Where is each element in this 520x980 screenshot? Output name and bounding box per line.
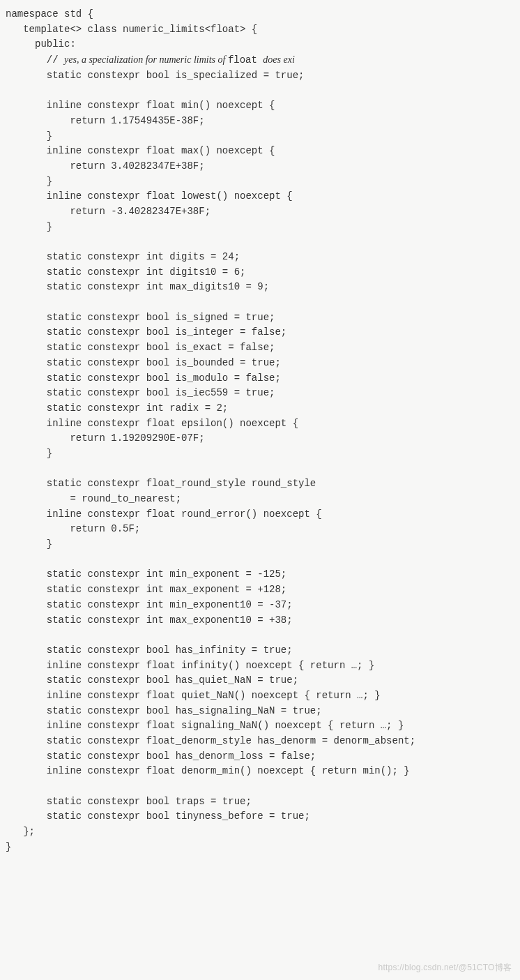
- code-line: return -3.40282347E+38F;: [6, 206, 211, 217]
- code-line: return 1.17549435E-38F;: [6, 115, 205, 126]
- code-line: static constexpr bool is_modulo = false;: [6, 372, 281, 384]
- code-line: inline constexpr float round_error() noe…: [6, 508, 322, 520]
- code-line: static constexpr bool tinyness_before = …: [6, 811, 310, 822]
- code-line: inline constexpr float lowest() noexcept…: [6, 190, 293, 202]
- code-line: static constexpr float_round_style round…: [6, 478, 316, 489]
- code-line: inline constexpr float quiet_NaN() noexc…: [6, 690, 381, 701]
- code-block: namespace std { template<> class numeric…: [6, 7, 514, 855]
- code-line: inline constexpr float denorm_min() noex…: [6, 765, 410, 776]
- code-line: }: [6, 538, 52, 550]
- code-line: template<> class numeric_limits<float> {: [6, 24, 257, 35]
- code-line: }: [6, 841, 11, 852]
- code-line: inline constexpr float signaling_NaN() n…: [6, 720, 404, 731]
- code-line: static constexpr int max_exponent = +128…: [6, 584, 286, 595]
- code-line: static constexpr bool has_infinity = tru…: [6, 644, 293, 656]
- code-line: static constexpr bool is_exact = false;: [6, 342, 275, 353]
- code-line: static constexpr bool traps = true;: [6, 796, 252, 807]
- code-line: static constexpr int digits10 = 6;: [6, 266, 245, 278]
- code-line: static constexpr bool is_bounded = true;: [6, 357, 281, 368]
- code-line: inline constexpr float max() noexcept {: [6, 145, 275, 156]
- code-line: }: [6, 130, 52, 142]
- code-line: static constexpr bool has_quiet_NaN = tr…: [6, 674, 298, 686]
- code-line: static constexpr int max_exponent10 = +3…: [6, 615, 293, 626]
- code-line: return 3.40282347E+38F;: [6, 160, 205, 172]
- code-line: public:: [6, 38, 76, 50]
- code-line: return 1.19209290E-07F;: [6, 432, 205, 444]
- code-line: static constexpr bool has_signaling_NaN …: [6, 705, 322, 716]
- code-line: return 0.5F;: [6, 523, 140, 534]
- code-line: }: [6, 221, 52, 232]
- code-line: namespace std {: [6, 8, 93, 20]
- code-line: static constexpr int min_exponent = -125…: [6, 568, 286, 580]
- code-line: };: [6, 826, 35, 837]
- code-line: static constexpr bool is_iec559 = true;: [6, 387, 275, 398]
- code-line: static constexpr int radix = 2;: [6, 402, 228, 414]
- code-line: static constexpr bool is_integer = false…: [6, 326, 286, 338]
- code-line: }: [6, 176, 52, 187]
- code-line: inline constexpr float epsilon() noexcep…: [6, 418, 298, 429]
- code-line: = round_to_nearest;: [6, 493, 181, 504]
- code-line: inline constexpr float min() noexcept {: [6, 100, 275, 111]
- code-line: static constexpr bool is_signed = true;: [6, 312, 275, 323]
- code-line: inline constexpr float infinity() noexce…: [6, 660, 374, 671]
- code-line: static constexpr float_denorm_style has_…: [6, 735, 415, 746]
- code-line: static constexpr bool has_denorm_loss = …: [6, 751, 316, 762]
- code-comment: // yes, a specialization for numeric lim…: [6, 54, 295, 66]
- code-line: static constexpr int max_digits10 = 9;: [6, 281, 269, 292]
- code-line: static constexpr int digits = 24;: [6, 251, 240, 262]
- code-line: static constexpr int min_exponent10 = -3…: [6, 599, 293, 610]
- code-line: static constexpr bool is_specialized = t…: [6, 70, 304, 81]
- code-line: }: [6, 448, 52, 459]
